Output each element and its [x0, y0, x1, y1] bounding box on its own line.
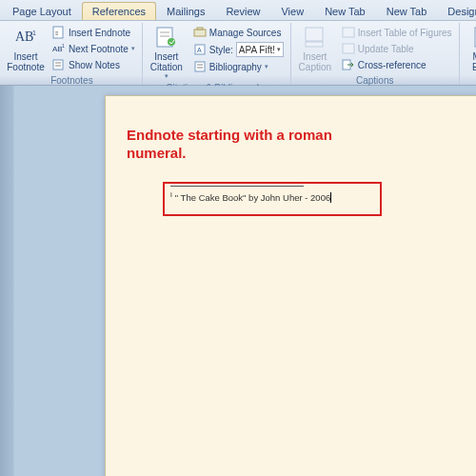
show-notes-label: Show Notes: [69, 60, 120, 70]
next-footnote-icon: AB1: [52, 42, 66, 55]
annotation-text: Endnote starting with a roman numeral.: [127, 127, 374, 163]
svg-text:AB: AB: [15, 30, 33, 44]
style-row: A Style: APA Fift! ▾: [190, 41, 287, 58]
tab-mailings[interactable]: Mailings: [156, 2, 215, 20]
group-footnotes: AB1 Insert Footnote ≡ Insert Endnote AB1…: [2, 23, 143, 85]
group-index: Mark Entry Insert Updat Index: [460, 23, 476, 85]
next-footnote-label: Next Footnote: [69, 44, 129, 54]
document-area: Endnote starting with a roman numeral. i…: [0, 86, 476, 476]
svg-rect-14: [197, 28, 203, 30]
endnote-numeral: i: [170, 190, 172, 199]
citation-icon: [153, 25, 180, 50]
group-captions: Insert Caption Insert Table of Figures U…: [291, 23, 460, 85]
endnote-line[interactable]: i" The Cake Book" by John Uher - 2006: [170, 190, 374, 203]
insert-caption-button[interactable]: Insert Caption: [295, 23, 335, 74]
cross-ref-icon: [342, 58, 355, 71]
ribbon: AB1 Insert Footnote ≡ Insert Endnote AB1…: [0, 21, 476, 86]
ribbon-tabs: Page Layout References Mailings Review V…: [0, 0, 476, 21]
chevron-down-icon: ▾: [265, 63, 268, 70]
svg-rect-22: [343, 28, 354, 37]
update-table-button[interactable]: Update Table: [339, 41, 455, 56]
svg-rect-13: [194, 30, 206, 36]
manage-sources-icon: [193, 26, 207, 39]
group-citations: Insert Citation ▾ Manage Sources A Style…: [143, 23, 291, 85]
chevron-down-icon: ▾: [131, 45, 135, 52]
mark-entry-button[interactable]: Mark Entry: [464, 23, 476, 74]
update-table-label: Update Table: [358, 44, 414, 54]
bibliography-label: Bibliography: [209, 62, 262, 72]
cross-ref-label: Cross-reference: [358, 60, 426, 70]
tab-new2[interactable]: New Tab: [376, 2, 438, 20]
tab-new1[interactable]: New Tab: [314, 2, 376, 20]
annotation-line1: Endnote starting with a roman: [127, 127, 332, 143]
text-cursor: [330, 192, 331, 203]
annotation-line2: numeral.: [127, 145, 187, 161]
page[interactable]: Endnote starting with a roman numeral. i…: [105, 95, 476, 476]
next-footnote-button[interactable]: AB1 Next Footnote ▾: [50, 41, 138, 56]
tab-design[interactable]: Design: [437, 2, 476, 20]
insert-citation-button[interactable]: Insert Citation ▾: [147, 23, 187, 82]
endnote-icon: ≡: [52, 26, 66, 39]
svg-text:A: A: [197, 47, 202, 53]
insert-footnote-label: Insert Footnote: [7, 51, 44, 72]
insert-footnote-button[interactable]: AB1 Insert Footnote: [6, 23, 46, 74]
chevron-down-icon: ▾: [165, 72, 169, 80]
show-notes-button[interactable]: Show Notes: [50, 57, 138, 72]
show-notes-icon: [52, 58, 66, 71]
manage-sources-label: Manage Sources: [209, 28, 282, 38]
cross-reference-button[interactable]: Cross-reference: [339, 57, 455, 72]
mark-entry-icon: [470, 25, 476, 50]
endnote-body: " The Cake Book" by John Uher - 2006: [175, 192, 330, 203]
svg-rect-23: [343, 44, 354, 53]
bibliography-icon: [193, 60, 207, 73]
style-icon: A: [193, 43, 207, 56]
chevron-down-icon: ▾: [277, 46, 281, 53]
svg-text:≡: ≡: [55, 30, 59, 36]
style-label: Style:: [209, 45, 233, 55]
insert-caption-label: Insert Caption: [299, 51, 331, 72]
svg-rect-17: [195, 62, 205, 71]
svg-point-12: [168, 38, 175, 46]
style-value: APA Fift!: [239, 45, 275, 55]
endnote-separator: [170, 186, 304, 187]
tab-view[interactable]: View: [270, 2, 314, 20]
tab-references[interactable]: References: [82, 2, 156, 20]
update-table-icon: [342, 42, 355, 55]
svg-rect-20: [306, 28, 323, 41]
tab-page-layout[interactable]: Page Layout: [2, 2, 82, 20]
insert-citation-label: Insert Citation: [150, 51, 183, 72]
svg-rect-21: [306, 42, 323, 47]
footnote-icon: AB1: [12, 25, 39, 50]
tof-label: Insert Table of Figures: [358, 28, 452, 38]
bibliography-button[interactable]: Bibliography ▾: [190, 59, 287, 74]
endnote-highlight-box: i" The Cake Book" by John Uher - 2006: [163, 182, 382, 216]
svg-text:1: 1: [32, 30, 36, 36]
insert-endnote-button[interactable]: ≡ Insert Endnote: [50, 25, 138, 40]
caption-icon: [302, 25, 328, 50]
table-of-figures-button[interactable]: Insert Table of Figures: [339, 25, 455, 40]
manage-sources-button[interactable]: Manage Sources: [190, 25, 287, 40]
mark-entry-label: Mark Entry: [472, 51, 476, 72]
svg-rect-6: [53, 60, 63, 69]
style-select[interactable]: APA Fift! ▾: [236, 42, 284, 57]
insert-endnote-label: Insert Endnote: [69, 28, 130, 38]
svg-text:1: 1: [62, 43, 65, 49]
tof-icon: [342, 26, 355, 39]
tab-review[interactable]: Review: [215, 2, 270, 20]
